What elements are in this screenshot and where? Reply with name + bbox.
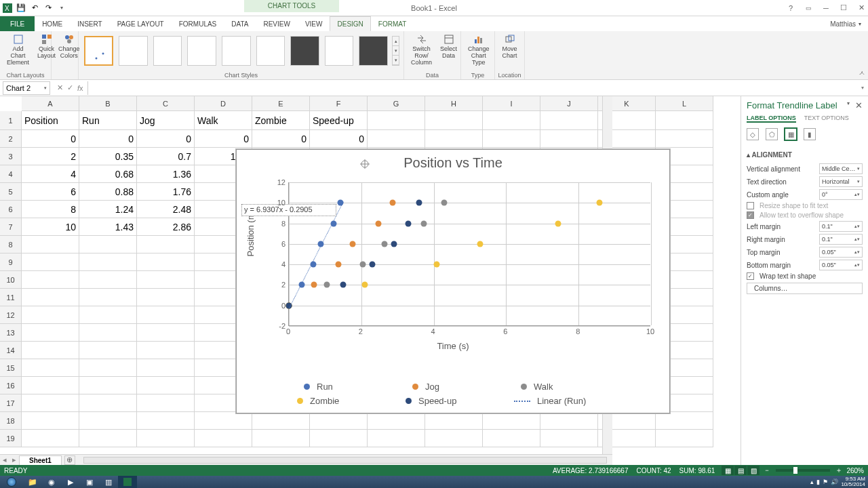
taskbar-explorer-icon[interactable]: 📁 [23,476,42,488]
cell-B19[interactable] [79,430,137,447]
chart-style-3[interactable] [153,36,182,66]
cell-C12[interactable] [137,306,195,324]
cell-F19[interactable] [310,430,368,447]
data-point[interactable] [555,220,561,226]
cell-A13[interactable] [22,324,79,342]
cell-J18[interactable] [540,412,598,430]
cell-C10[interactable] [137,271,195,289]
data-point[interactable] [311,282,317,288]
row-hdr-7[interactable]: 7 [0,218,22,236]
cell-C2[interactable]: 0 [137,130,195,148]
tray-flag-icon[interactable]: ⚑ [823,479,828,485]
row-hdr-2[interactable]: 2 [0,130,22,148]
row-headers[interactable]: 12345678910111213141516171819 [0,111,22,447]
chart-title[interactable]: Position vs Time [237,150,669,174]
col-hdr-L[interactable]: L [656,96,713,111]
add-sheet-button[interactable]: ⊕ [64,455,75,465]
cell-G19[interactable] [368,430,425,447]
cell-I1[interactable] [483,111,540,130]
cell-F2[interactable]: 0 [310,130,368,148]
pane-tab-text-options[interactable]: TEXT OPTIONS [804,115,849,123]
zoom-in-button[interactable]: ＋ [835,466,842,475]
cell-C14[interactable] [137,342,195,359]
left-margin-input[interactable]: 0.1"▴▾ [819,221,863,232]
cell-A7[interactable]: 10 [22,218,79,236]
text-direction-select[interactable]: Horizontal▾ [819,176,863,187]
formula-expand-icon[interactable]: ▾ [857,85,868,91]
cell-B8[interactable] [79,236,137,253]
cell-E18[interactable] [252,412,310,430]
alignment-section[interactable]: ▴ ALIGNMENT [747,148,863,161]
label-options-icon[interactable]: ▮ [804,128,816,140]
taskbar-chrome-icon[interactable]: ◉ [42,476,61,488]
cell-L18[interactable] [656,412,713,430]
cell-B18[interactable] [79,412,137,430]
cell-H19[interactable] [425,430,483,447]
data-point[interactable] [369,262,375,268]
tab-format[interactable]: FORMAT [371,16,414,31]
size-properties-icon[interactable]: ▦ [785,128,797,140]
cell-C5[interactable]: 1.76 [137,183,195,201]
tray-up-icon[interactable]: ▴ [810,479,814,485]
cell-A1[interactable]: Position [22,111,79,130]
cell-D1[interactable]: Walk [195,111,252,130]
redo-icon[interactable]: ↷ [43,3,53,13]
cell-B3[interactable]: 0.35 [79,148,137,165]
row-hdr-9[interactable]: 9 [0,253,22,271]
cell-C6[interactable]: 2.48 [137,201,195,218]
cell-C9[interactable] [137,253,195,271]
cell-C3[interactable]: 0.7 [137,148,195,165]
col-hdr-D[interactable]: D [195,96,252,111]
cell-D19[interactable] [195,430,252,447]
row-hdr-13[interactable]: 13 [0,324,22,342]
cell-C7[interactable]: 2.86 [137,218,195,236]
undo-icon[interactable]: ↶ [30,3,39,13]
row-hdr-17[interactable]: 17 [0,394,22,412]
chart-style-8[interactable] [325,36,354,66]
cell-G1[interactable] [368,111,425,130]
row-hdr-14[interactable]: 14 [0,342,22,359]
data-point[interactable] [359,262,366,268]
row-hdr-18[interactable]: 18 [0,412,22,430]
cell-A14[interactable] [22,342,79,359]
cell-J1[interactable] [540,111,598,130]
cell-L1[interactable] [656,111,713,130]
chart-style-2[interactable] [119,36,148,66]
row-hdr-3[interactable]: 3 [0,148,22,165]
add-chart-element-button[interactable]: Add Chart Element [4,33,32,68]
select-data-button[interactable]: Select Data [437,33,460,61]
cell-G2[interactable] [368,130,425,148]
legend-jog[interactable]: Jog [412,382,494,392]
tray-volume-icon[interactable]: 🔊 [831,479,838,485]
cell-L2[interactable] [656,130,713,148]
col-hdr-H[interactable]: H [425,96,483,111]
cell-B10[interactable] [79,271,137,289]
cell-A15[interactable] [22,359,79,377]
zoom-level[interactable]: 260% [846,467,864,474]
cell-D2[interactable]: 0 [195,130,252,148]
tab-home[interactable]: HOME [35,16,70,31]
chart-style-1[interactable] [84,36,113,66]
user-account[interactable]: Matthias▾ [823,16,868,31]
pane-close-icon[interactable]: ✕ [855,100,863,110]
fx-icon[interactable]: fx [77,84,83,92]
cell-J19[interactable] [540,430,598,447]
move-chart-button[interactable]: Move Chart [499,33,520,61]
change-chart-type-button[interactable]: Change Chart Type [465,33,492,68]
legend-linear-run[interactable]: Linear (Run) [514,396,609,406]
cell-A17[interactable] [22,394,79,412]
cell-A9[interactable] [22,253,79,271]
chart-legend[interactable]: Run Jog Walk Zombie Speed-up Linear (Run… [237,382,669,406]
cancel-formula-icon[interactable]: ✕ [57,83,63,92]
cell-A19[interactable] [22,430,79,447]
data-point[interactable] [433,262,439,268]
cell-A18[interactable] [22,412,79,430]
name-box[interactable]: Chart 2▾ [3,81,50,95]
row-hdr-15[interactable]: 15 [0,359,22,377]
row-hdr-10[interactable]: 10 [0,271,22,289]
taskbar-app2-icon[interactable]: ▥ [99,476,118,488]
cell-B11[interactable] [79,289,137,306]
cell-B13[interactable] [79,324,137,342]
cell-B14[interactable] [79,342,137,359]
row-hdr-11[interactable]: 11 [0,289,22,306]
